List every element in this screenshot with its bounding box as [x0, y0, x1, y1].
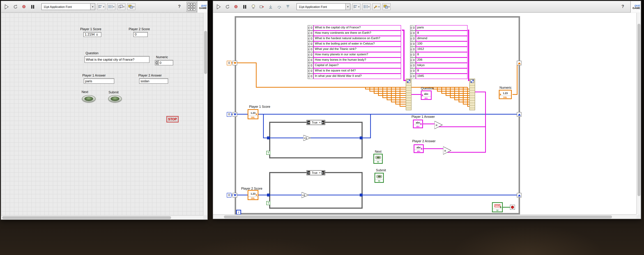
step-out-button[interactable]: [284, 3, 291, 10]
tunnel[interactable]: [360, 136, 362, 139]
index-spinner-icon[interactable]: [308, 63, 310, 68]
shift-register-left-score1[interactable]: [232, 112, 237, 117]
array-row[interactable]: 0 8: [410, 52, 468, 57]
increment-node[interactable]: +1: [303, 135, 311, 141]
run-button[interactable]: [3, 3, 10, 10]
index-spinner-icon[interactable]: [308, 52, 310, 57]
array-index-box[interactable]: 0: [410, 36, 416, 41]
block-diagram-horizontal-scrollbar[interactable]: [213, 215, 636, 219]
index-spinner-icon[interactable]: [410, 69, 412, 73]
vi-icon-badge[interactable]: QUIZ GAME: [197, 1, 207, 12]
array-element-string[interactable]: What is the boiling point of water in Ce…: [314, 41, 401, 47]
array-element-string[interactable]: 8: [416, 30, 468, 36]
reorder-objects-dropdown[interactable]: ▾: [127, 3, 136, 10]
help-button[interactable]: ?: [619, 3, 626, 10]
next-button[interactable]: [82, 95, 96, 102]
array-index-box[interactable]: 0: [308, 47, 314, 52]
array-element-string[interactable]: 206: [416, 57, 468, 63]
array-row[interactable]: 0 How many planets in our solar system?: [308, 52, 401, 57]
shift-register-right-score1[interactable]: [517, 112, 522, 117]
questions-array-constant[interactable]: 0 What is the capital city of France? 0 …: [308, 25, 401, 79]
array-row[interactable]: 0 206: [410, 57, 468, 63]
player1-answer-input[interactable]: paris: [84, 78, 114, 84]
array-index-box[interactable]: 0: [308, 36, 314, 41]
numeric-spinner[interactable]: [155, 60, 158, 65]
run-continuous-button[interactable]: [224, 3, 231, 10]
abort-button[interactable]: [232, 3, 239, 10]
index-spinner-icon[interactable]: [308, 42, 310, 46]
array-element-string[interactable]: What is the capital city of France?: [314, 25, 401, 30]
array-row[interactable]: 0 1912: [410, 47, 468, 52]
array-row[interactable]: 0 tokyo: [410, 63, 468, 68]
array-row[interactable]: 0 What is the capital city of France?: [308, 25, 401, 30]
array-element-string[interactable]: tokyo: [416, 63, 468, 68]
shift-register-right-index[interactable]: [517, 61, 522, 65]
player1-answer-terminal[interactable]: abc abc: [413, 120, 423, 128]
index-spinner-icon[interactable]: [410, 25, 412, 30]
array-element-string[interactable]: 8: [416, 68, 468, 74]
front-panel-canvas[interactable]: Player 1 Score 1.2194 Player 2 Score 0 Q…: [1, 13, 204, 216]
array-index-box[interactable]: 0: [410, 30, 416, 36]
previous-case-icon[interactable]: ◀: [307, 171, 310, 175]
array-index-box[interactable]: 0: [308, 52, 314, 57]
array-element-string[interactable]: 8: [416, 52, 468, 57]
scrollbar-thumb[interactable]: [204, 31, 207, 74]
questions-array-wire[interactable]: [402, 30, 406, 80]
index-spinner-icon[interactable]: [410, 47, 412, 52]
answers-array-wire[interactable]: [468, 30, 470, 80]
array-element-string[interactable]: What is the hardest natural substance on…: [314, 36, 401, 41]
equal-node-1[interactable]: =: [434, 121, 443, 129]
font-dropdown[interactable]: 11pt Application Font ▼: [296, 3, 350, 10]
case-selector-2[interactable]: ◀ True ▼ ▶: [306, 170, 325, 175]
player2-answer-input[interactable]: sodan: [139, 78, 168, 84]
index-spinner-icon[interactable]: [308, 31, 310, 35]
array-row[interactable]: 0 1945: [410, 74, 468, 79]
pause-button[interactable]: [241, 3, 248, 10]
highlight-execution-button[interactable]: [250, 3, 256, 10]
case-selector-terminal[interactable]: ?: [266, 201, 270, 205]
array-element-string[interactable]: Capital of Japan?: [314, 63, 401, 68]
step-over-button[interactable]: [276, 3, 282, 10]
array-element-string[interactable]: 100: [416, 41, 468, 47]
array-index-box[interactable]: 0: [410, 68, 416, 74]
index-spinner-icon[interactable]: [308, 58, 310, 62]
scrollbar-thumb[interactable]: [638, 24, 640, 196]
array-index-box[interactable]: 0: [410, 25, 416, 30]
distribute-objects-dropdown[interactable]: ▾: [362, 3, 370, 10]
scrollbar-thumb[interactable]: [2, 216, 171, 219]
next-case-icon[interactable]: ▶: [322, 121, 324, 124]
resize-objects-dropdown[interactable]: ▾: [117, 3, 126, 10]
array-index-box[interactable]: 0: [410, 47, 416, 52]
array-row[interactable]: 0 What is the boiling point of water in …: [308, 41, 401, 47]
array-index-box[interactable]: 0: [308, 41, 314, 47]
array-index-box[interactable]: 0: [410, 74, 416, 79]
zero-constant-score1[interactable]: 0: [227, 112, 232, 117]
font-dropdown[interactable]: 11pt Application Font ▼: [41, 3, 95, 10]
array-row[interactable]: 0 How many continents are there on Earth…: [308, 30, 401, 36]
shift-register-left-index[interactable]: [232, 61, 237, 65]
run-continuous-button[interactable]: [12, 3, 19, 10]
player1-score-terminal[interactable]: 1.23 DBL: [248, 109, 258, 119]
clean-up-diagram-button[interactable]: ▾: [372, 3, 380, 10]
array-index-box[interactable]: 0: [308, 57, 314, 63]
index-array-node-questions[interactable]: [406, 79, 412, 110]
array-index-box[interactable]: 0: [308, 63, 314, 68]
array-element-string[interactable]: What year did the Titanic sink?: [314, 47, 401, 52]
zero-constant-index[interactable]: 0: [227, 61, 232, 65]
shift-register-right-score2[interactable]: [517, 193, 522, 198]
array-element-string[interactable]: 1945: [416, 74, 468, 79]
stop-button-terminal[interactable]: STOP TF: [492, 202, 503, 212]
array-element-string[interactable]: How many continents are there on Earth?: [314, 30, 401, 36]
increment-decrement-icon[interactable]: [96, 33, 98, 36]
index-array-node-answers[interactable]: [469, 79, 475, 110]
pause-button[interactable]: [29, 3, 36, 10]
run-button[interactable]: [215, 3, 222, 10]
align-objects-dropdown[interactable]: ▾: [352, 3, 360, 10]
index-spinner-icon[interactable]: [410, 36, 412, 41]
tunnel[interactable]: [267, 194, 270, 197]
array-row[interactable]: 0 What year did the Titanic sink?: [308, 47, 401, 52]
array-row[interactable]: 0 How many bones in the human body?: [308, 57, 401, 63]
vi-icon-badge[interactable]: QUIZ GAME: [630, 1, 641, 12]
submit-button[interactable]: [108, 95, 122, 102]
answers-array-constant[interactable]: 0 paris 0 8: [410, 25, 468, 79]
